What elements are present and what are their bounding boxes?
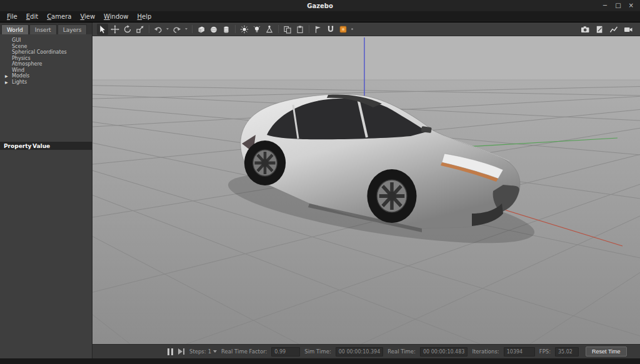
translate-icon[interactable] xyxy=(109,24,121,35)
tree-item-label: Atmosphere xyxy=(12,61,42,67)
align-icon[interactable] xyxy=(312,24,324,35)
toolbar-separator xyxy=(149,25,149,33)
steps-control: Steps: 1 xyxy=(189,348,217,355)
cylinder-shape-icon[interactable] xyxy=(221,24,232,35)
scale-icon[interactable] xyxy=(134,24,146,35)
box-shape-icon[interactable] xyxy=(196,24,207,35)
titlebar: Gazebo − □ × xyxy=(0,0,640,11)
front-wheel xyxy=(367,169,416,223)
toolbar-separator xyxy=(278,25,279,33)
redo-icon[interactable] xyxy=(171,24,182,35)
iterations-label: Iterations: xyxy=(472,348,499,355)
world-tree: GUI Scene Spherical Coordinates Physics … xyxy=(0,34,92,142)
reset-time-button[interactable]: Reset Time xyxy=(586,347,627,357)
menu-edit[interactable]: Edit xyxy=(22,12,42,21)
tree-item-label: Wind xyxy=(12,67,24,73)
iterations-value: 10394 xyxy=(504,347,535,357)
tree-item-label: Models xyxy=(12,73,29,79)
sim-time-label: Sim Time: xyxy=(304,348,331,355)
property-table-header: Property Value xyxy=(0,142,92,150)
menu-view[interactable]: View xyxy=(76,12,99,21)
log-record-icon[interactable] xyxy=(594,24,605,35)
real-time-factor-value: 0.99 xyxy=(271,347,300,357)
property-table-body xyxy=(0,150,92,358)
tab-layers[interactable]: Layers xyxy=(58,24,88,34)
viewport-toolbar xyxy=(92,22,640,36)
left-panel: World Insert Layers GUI Scene Spherical … xyxy=(0,22,92,358)
tree-item-spherical-coordinates[interactable]: Spherical Coordinates xyxy=(0,49,92,56)
steps-value[interactable]: 1 xyxy=(208,348,211,355)
steps-spinner-caret-icon[interactable] xyxy=(213,350,217,353)
tree-item-label: Spherical Coordinates xyxy=(12,49,67,55)
plot-icon[interactable] xyxy=(608,24,619,35)
window-bottom-edge xyxy=(0,358,640,364)
minimize-button[interactable]: − xyxy=(602,0,608,11)
rotate-icon[interactable] xyxy=(122,24,133,35)
model-editor-orange-icon[interactable] xyxy=(338,24,349,35)
tree-item-label: Scene xyxy=(12,44,27,49)
copy-icon[interactable] xyxy=(282,24,293,35)
toolbar-separator xyxy=(309,25,309,33)
panel-tabs: World Insert Layers xyxy=(0,22,92,34)
expand-caret-icon[interactable] xyxy=(5,74,12,78)
sky xyxy=(92,36,640,80)
pause-button[interactable] xyxy=(168,348,174,355)
undo-history-caret-icon[interactable] xyxy=(166,28,169,30)
window-controls: − □ × xyxy=(602,0,640,11)
video-record-icon[interactable] xyxy=(622,24,634,35)
menu-file[interactable]: File xyxy=(2,12,22,21)
world-render[interactable] xyxy=(92,36,640,344)
close-button[interactable]: × xyxy=(629,0,634,11)
tree-item-wind[interactable]: Wind xyxy=(0,67,92,74)
sim-time-value: 00 00:00:10.394 xyxy=(336,347,383,357)
toolbar-overflow-dot-icon[interactable] xyxy=(351,28,353,30)
sphere-shape-icon[interactable] xyxy=(208,24,219,35)
real-time-label: Real Time: xyxy=(388,348,416,355)
step-button[interactable] xyxy=(178,348,185,355)
screenshot-camera-icon[interactable] xyxy=(579,24,591,35)
directional-light-icon[interactable] xyxy=(239,24,250,35)
simulation-bar: Steps: 1 Real Time Factor: 0.99 Sim Time… xyxy=(92,344,640,358)
expand-caret-icon[interactable] xyxy=(5,80,12,84)
snap-icon[interactable] xyxy=(325,24,336,35)
window-title: Gazebo xyxy=(0,2,640,9)
undo-icon[interactable] xyxy=(152,24,164,35)
select-arrow-icon[interactable] xyxy=(97,24,108,35)
capture-toolbar xyxy=(579,24,636,35)
menu-help[interactable]: Help xyxy=(133,12,156,21)
rear-wheel xyxy=(244,140,286,185)
maximize-button[interactable]: □ xyxy=(615,0,621,11)
tree-item-atmosphere[interactable]: Atmosphere xyxy=(0,61,92,67)
tab-world[interactable]: World xyxy=(1,24,29,34)
tree-item-gui[interactable]: GUI xyxy=(0,37,92,44)
tab-insert[interactable]: Insert xyxy=(29,24,57,34)
tree-item-label: GUI xyxy=(12,37,21,43)
paste-icon[interactable] xyxy=(294,24,306,35)
menu-window[interactable]: Window xyxy=(99,12,132,21)
menubar: File Edit Camera View Window Help xyxy=(0,11,640,22)
fps-label: FPS: xyxy=(539,348,551,355)
fps-value: 35.02 xyxy=(555,347,579,357)
tree-item-scene[interactable]: Scene xyxy=(0,44,92,50)
tree-item-label: Physics xyxy=(12,56,31,61)
point-light-icon[interactable] xyxy=(251,24,262,35)
menu-camera[interactable]: Camera xyxy=(42,12,76,21)
tree-item-models[interactable]: Models xyxy=(0,73,92,79)
tree-item-lights[interactable]: Lights xyxy=(0,79,92,86)
tree-item-physics[interactable]: Physics xyxy=(0,56,92,62)
steps-label: Steps: xyxy=(189,348,206,355)
real-time-factor-label: Real Time Factor: xyxy=(221,348,267,355)
viewport: Steps: 1 Real Time Factor: 0.99 Sim Time… xyxy=(92,22,640,358)
real-time-value: 00 00:00:10.483 xyxy=(420,347,468,357)
tree-item-label: Lights xyxy=(12,79,27,85)
render-scene[interactable] xyxy=(92,36,640,344)
toolbar-separator xyxy=(192,25,192,33)
toolbar-separator xyxy=(235,25,236,33)
value-column-header: Value xyxy=(31,143,50,149)
redo-history-caret-icon[interactable] xyxy=(185,28,188,30)
spot-light-icon[interactable] xyxy=(264,24,275,35)
property-column-header: Property xyxy=(0,143,31,149)
